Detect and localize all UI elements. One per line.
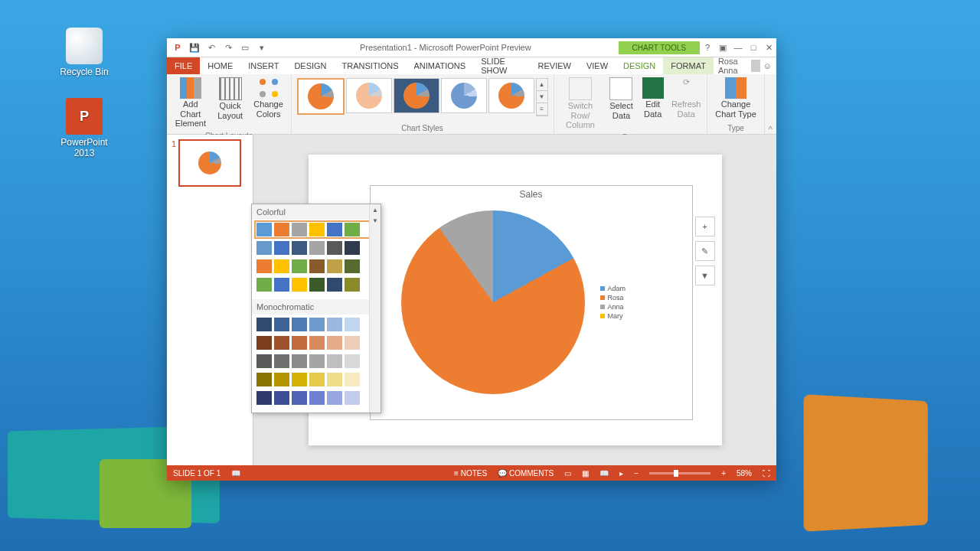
ribbon: Add Chart Element Quick Layout Change Co… xyxy=(167,74,776,135)
color-swatch xyxy=(274,223,289,236)
desktop-icon-recycle-bin[interactable]: Recycle Bin xyxy=(54,28,115,77)
color-swatch xyxy=(345,241,360,255)
desktop-icon-label: PowerPoint 2013 xyxy=(54,137,115,158)
color-swatch xyxy=(274,241,289,255)
slide-thumbnails-panel: 1 xyxy=(167,135,253,465)
color-scheme-option[interactable] xyxy=(256,278,376,292)
titlebar: P 💾 ↶ ↷ ▭ ▾ Presentation1 - Microsoft Po… xyxy=(167,38,776,57)
dropdown-scrollbar[interactable]: ▲▼ xyxy=(369,204,381,412)
color-swatch xyxy=(327,223,342,236)
color-scheme-option[interactable] xyxy=(256,373,376,386)
chart-object[interactable]: Sales AdamRosaAnnaMary + ✎ ▼ xyxy=(370,185,693,420)
switch-row-column-button[interactable]: Switch Row/ Column xyxy=(557,76,604,132)
switch-row-column-icon xyxy=(569,77,592,100)
gallery-scroll[interactable]: ▲▼≡ xyxy=(536,78,548,116)
color-swatch xyxy=(327,336,342,350)
chart-filters-button[interactable]: ▼ xyxy=(695,266,715,285)
legend-item: Mary xyxy=(600,312,626,320)
chart-styles-button[interactable]: ✎ xyxy=(695,241,715,261)
color-scheme-option[interactable] xyxy=(256,391,376,405)
user-avatar-icon[interactable] xyxy=(751,60,760,72)
dropdown-section-colorful: Colorful xyxy=(252,204,381,220)
change-chart-type-button[interactable]: Change Chart Type xyxy=(710,76,760,120)
color-swatch xyxy=(292,223,307,236)
tab-view[interactable]: VIEW xyxy=(579,57,616,74)
chart-style-3[interactable] xyxy=(394,78,439,113)
comments-button[interactable]: 💬 COMMENTS xyxy=(498,469,554,478)
color-scheme-option[interactable] xyxy=(256,259,376,273)
maximize-button[interactable]: □ xyxy=(746,40,761,55)
zoom-in-button[interactable]: + xyxy=(721,469,726,478)
color-swatch xyxy=(345,354,360,368)
undo-button[interactable]: ↶ xyxy=(205,41,217,54)
select-data-icon xyxy=(609,77,632,100)
refresh-data-button[interactable]: ⟳ Refresh Data xyxy=(668,76,704,120)
slide-thumbnail-1[interactable]: 1 xyxy=(172,139,248,187)
zoom-out-button[interactable]: − xyxy=(634,469,639,478)
normal-view-button[interactable]: ▭ xyxy=(564,469,571,478)
tab-chart-design[interactable]: DESIGN xyxy=(616,57,663,74)
color-swatch xyxy=(292,241,307,255)
tab-review[interactable]: REVIEW xyxy=(531,57,579,74)
close-button[interactable]: ✕ xyxy=(761,40,776,55)
redo-button[interactable]: ↷ xyxy=(222,41,234,54)
save-button[interactable]: 💾 xyxy=(188,41,201,54)
chart-style-5[interactable] xyxy=(488,78,534,113)
ribbon-options-button[interactable]: ▣ xyxy=(715,40,730,55)
add-chart-element-button[interactable]: Add Chart Element xyxy=(170,76,211,130)
edit-data-button[interactable]: Edit Data xyxy=(639,76,667,120)
chart-style-2[interactable] xyxy=(346,78,392,113)
color-swatch xyxy=(327,241,342,255)
color-scheme-option[interactable] xyxy=(256,354,376,368)
powerpoint-icon: P xyxy=(66,98,103,135)
qat-customize-icon[interactable]: ▾ xyxy=(256,41,268,54)
select-data-button[interactable]: Select Data xyxy=(605,76,637,122)
minimize-button[interactable]: — xyxy=(730,40,746,55)
color-swatch xyxy=(345,318,360,331)
chart-style-1[interactable] xyxy=(297,78,345,115)
smiley-feedback-icon[interactable]: ☺ xyxy=(763,61,772,70)
color-swatch xyxy=(274,373,289,386)
color-swatch xyxy=(292,278,307,292)
slideshow-view-button[interactable]: ▸ xyxy=(619,469,623,478)
reading-view-button[interactable]: 📖 xyxy=(599,469,609,478)
tab-chart-format[interactable]: FORMAT xyxy=(663,57,714,74)
tab-slideshow[interactable]: SLIDE SHOW xyxy=(473,57,530,74)
chart-style-4[interactable] xyxy=(441,78,487,113)
zoom-slider[interactable] xyxy=(649,472,710,474)
color-scheme-option[interactable] xyxy=(256,318,376,331)
color-scheme-option[interactable] xyxy=(256,241,376,255)
zoom-level[interactable]: 58% xyxy=(737,469,752,478)
start-slideshow-button[interactable]: ▭ xyxy=(239,41,251,54)
fit-to-window-button[interactable]: ⛶ xyxy=(763,469,770,478)
help-button[interactable]: ? xyxy=(700,40,715,55)
user-name[interactable]: Rosa Anna xyxy=(718,57,748,75)
color-swatch xyxy=(309,373,325,386)
desktop-icon-powerpoint[interactable]: P PowerPoint 2013 xyxy=(54,98,115,158)
quick-layout-button[interactable]: Quick Layout xyxy=(213,76,248,122)
powerpoint-window: P 💾 ↶ ↷ ▭ ▾ Presentation1 - Microsoft Po… xyxy=(167,38,776,481)
color-scheme-option[interactable] xyxy=(256,223,376,236)
color-swatch xyxy=(256,278,272,292)
color-swatch xyxy=(256,241,272,255)
color-scheme-option[interactable] xyxy=(256,336,376,350)
tab-file[interactable]: FILE xyxy=(167,57,200,74)
notes-button[interactable]: ≡ NOTES xyxy=(454,469,487,478)
slide-number: 1 xyxy=(172,139,176,187)
slide-sorter-view-button[interactable]: ▦ xyxy=(582,469,589,478)
chart-elements-button[interactable]: + xyxy=(695,217,715,236)
tab-animations[interactable]: ANIMATIONS xyxy=(407,57,474,74)
color-swatch xyxy=(309,278,325,292)
tab-design[interactable]: DESIGN xyxy=(286,57,334,74)
tab-insert[interactable]: INSERT xyxy=(240,57,286,74)
quick-layout-icon xyxy=(219,77,242,100)
color-swatch xyxy=(327,259,342,273)
color-swatch xyxy=(327,391,342,405)
tab-transitions[interactable]: TRANSITIONS xyxy=(335,57,407,74)
tab-home[interactable]: HOME xyxy=(200,57,240,74)
collapse-ribbon-icon[interactable]: ^ xyxy=(765,74,776,134)
change-colors-button[interactable]: Change Colors xyxy=(250,76,288,120)
spellcheck-icon[interactable]: 📖 xyxy=(231,469,240,478)
color-swatch xyxy=(256,336,272,350)
color-swatch xyxy=(309,259,325,273)
